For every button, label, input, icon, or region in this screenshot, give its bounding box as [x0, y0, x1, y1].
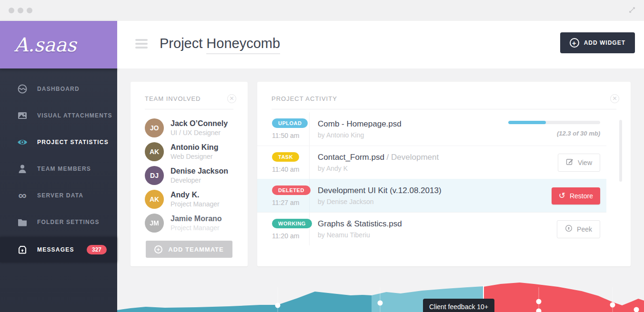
add-teammate-label: ADD TEAMMATE	[168, 246, 223, 253]
member-role: Project Manager	[171, 200, 220, 208]
view-label: View	[578, 159, 592, 166]
peek-icon	[565, 224, 573, 234]
member-name: Jamie Morano	[171, 214, 222, 223]
activity-title: Comb - Homepage.psd	[318, 119, 508, 129]
sidebar-item-visual-attachments[interactable]: VISUAL ATTACHMENTS	[0, 102, 117, 129]
team-member-row[interactable]: AK Antonio KingWeb Designer	[131, 140, 248, 164]
peek-button[interactable]: Peek	[557, 220, 600, 238]
status-badge: DELETED	[272, 185, 311, 195]
member-role: Web Designer	[171, 153, 218, 160]
member-name: Andy K.	[171, 191, 220, 199]
status-badge: UPLOAD	[272, 118, 308, 128]
sidebar-item-label: SERVER DATA	[37, 192, 83, 199]
sidebar-item-dashboard[interactable]: DASHBOARD	[0, 76, 117, 102]
page-header: Project Honeycomb + ADD WIDGET	[117, 21, 644, 68]
team-member-row[interactable]: JM Jamie MoranoProject Manager	[131, 211, 248, 235]
activity-row-upload[interactable]: UPLOAD 11:50 am Comb - Homepage.psd by A…	[257, 112, 606, 146]
sidebar-item-label: MESSAGES	[37, 246, 74, 253]
avatar: JM	[145, 214, 164, 233]
plus-icon: +	[154, 245, 162, 254]
team-list: JO Jack O’ConnelyUI / UX Designer AK Ant…	[131, 116, 248, 235]
sidebar-item-server-data[interactable]: ∞ SERVER DATA	[0, 182, 117, 209]
activity-time: 11:20 am	[272, 232, 309, 240]
activity-time: 11:50 am	[272, 132, 309, 139]
window-dot[interactable]	[27, 8, 32, 13]
messages-count-badge: 327	[87, 245, 107, 254]
sidebar-item-folder-settings[interactable]: FOLDER SETTINGS	[0, 209, 117, 235]
expand-icon[interactable]	[628, 6, 636, 16]
progress-label: (12.3 of 30 mb)	[557, 130, 600, 137]
activity-row-working[interactable]: WORKING 11:20 am Graphs & Statistics.psd…	[257, 212, 606, 245]
person-icon	[16, 164, 29, 174]
restore-button[interactable]: ↺ Restore	[552, 187, 600, 205]
window-dot[interactable]	[18, 8, 23, 13]
team-member-row[interactable]: JO Jack O’ConnelyUI / UX Designer	[131, 116, 248, 140]
member-name: Antonio King	[171, 143, 218, 152]
activity-list: UPLOAD 11:50 am Comb - Homepage.psd by A…	[257, 112, 606, 245]
close-icon[interactable]: ✕	[227, 94, 236, 103]
add-widget-button[interactable]: + ADD WIDGET	[560, 32, 635, 53]
page-title-prefix: Project	[160, 36, 206, 51]
eye-icon	[16, 136, 29, 148]
team-member-row[interactable]: DJ Denise JacksonDeveloper	[131, 164, 248, 187]
avatar: DJ	[145, 166, 164, 185]
sidebar-item-label: FOLDER SETTINGS	[37, 219, 100, 225]
avatar: JO	[145, 118, 164, 137]
pencil-icon	[566, 158, 574, 167]
page-title-emphasis: Honeycomb	[206, 36, 280, 54]
activity-title: Graphs & Statistics.psd	[318, 219, 557, 229]
status-badge: TASK	[272, 152, 299, 162]
menu-icon[interactable]	[135, 39, 148, 50]
window-controls	[9, 8, 32, 13]
scrollbar-thumb[interactable]	[619, 120, 622, 182]
activity-title: Development UI Kit (v.12.08.2013)	[318, 186, 552, 195]
sidebar-item-project-statistics[interactable]: PROJECT STATISTICS	[0, 129, 117, 156]
restore-label: Restore	[570, 192, 593, 200]
status-badge: WORKING	[272, 219, 312, 228]
activity-chart: Client feedback 10+	[117, 281, 644, 312]
team-member-row[interactable]: AK Andy K.Project Manager	[131, 187, 248, 211]
member-role: UI / UX Designer	[171, 129, 228, 136]
activity-time: 11:40 am	[272, 166, 309, 173]
infinity-icon: ∞	[16, 192, 29, 199]
activity-author: by Antonio King	[318, 131, 508, 139]
add-widget-label: ADD WIDGET	[584, 39, 625, 46]
add-teammate-button[interactable]: + ADD TEAMMATE	[146, 241, 232, 258]
member-role: Project Manager	[171, 224, 222, 232]
lock-icon	[16, 244, 29, 255]
sidebar-item-label: DASHBOARD	[37, 86, 80, 92]
view-button[interactable]: View	[558, 154, 600, 172]
card-title: TEAM INVOLVED	[145, 95, 201, 102]
activity-author: by Neamu Tiberiu	[318, 231, 557, 239]
divider	[145, 109, 233, 109]
page-title: Project Honeycomb	[160, 36, 280, 51]
card-title: PROJECT ACTIVITY	[272, 95, 337, 102]
project-activity-card: PROJECT ACTIVITY ✕ UPLOAD 11:50 am Comb …	[257, 82, 631, 266]
window-titlebar	[0, 0, 644, 21]
dashboard-icon	[16, 84, 29, 94]
avatar: AK	[145, 190, 164, 209]
close-icon[interactable]: ✕	[610, 94, 619, 103]
activity-author: by Andy K	[318, 165, 558, 172]
window-dot[interactable]	[9, 8, 14, 13]
sidebar-item-label: TEAM MEMBERS	[37, 166, 91, 172]
activity-row-deleted[interactable]: DELETED 11:27 am Development UI Kit (v.1…	[257, 179, 606, 212]
activity-row-task[interactable]: TASK 11:40 am Contact_Form.psd / Develop…	[257, 146, 606, 179]
sidebar-item-messages[interactable]: MESSAGES 327	[0, 237, 117, 262]
plus-icon: +	[570, 38, 579, 48]
sidebar-item-label: VISUAL ATTACHMENTS	[37, 112, 112, 119]
chart-tooltip: Client feedback 10+	[423, 299, 494, 312]
folder-icon	[16, 217, 29, 227]
app-logo-text: A.saas	[14, 34, 76, 56]
scrollbar[interactable]	[619, 120, 622, 253]
activity-title: Contact_Form.psd / Development	[318, 153, 558, 162]
member-role: Developer	[171, 176, 228, 184]
progress-fill	[508, 121, 546, 124]
sidebar: A.saas DASHBOARD VISUAL ATTACHMENTS PROJ…	[0, 21, 117, 312]
upload-progress: (12.3 of 30 mb)	[508, 121, 600, 137]
sidebar-item-team-members[interactable]: TEAM MEMBERS	[0, 156, 117, 182]
restore-icon: ↺	[559, 192, 565, 200]
member-name: Denise Jackson	[171, 167, 228, 176]
team-involved-card: TEAM INVOLVED ✕ JO Jack O’ConnelyUI / UX…	[131, 82, 248, 266]
sidebar-nav: DASHBOARD VISUAL ATTACHMENTS PROJECT STA…	[0, 68, 117, 262]
